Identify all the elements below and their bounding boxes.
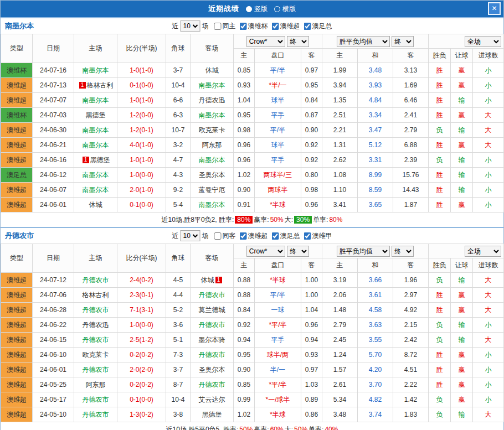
layout-vertical-radio[interactable]: 竖版	[246, 4, 268, 14]
cell-result-handicap: 赢	[451, 63, 473, 78]
cell-league: 澳维超	[1, 377, 33, 392]
cell-handicap-line: 球半/两	[255, 348, 301, 362]
team-link[interactable]: 黑德堡	[202, 411, 222, 418]
team-link[interactable]: 南墨尔本	[83, 186, 109, 194]
team-link[interactable]: 休城	[205, 66, 219, 74]
team-link[interactable]: 黑德堡	[86, 111, 106, 119]
team-link[interactable]: 欧克莱卡	[199, 126, 225, 134]
cell-draw-odds: 8.99	[358, 168, 393, 183]
team-link[interactable]: 丹德农市	[199, 321, 225, 329]
avg-odds-select[interactable]: 胜平负均值	[337, 36, 390, 47]
summary-segment: 赢率:	[254, 425, 269, 430]
filter-checkbox[interactable]	[240, 23, 247, 30]
cell-home-team: 黑德堡	[74, 108, 117, 123]
cell-handicap-line: 两球半/三	[255, 168, 301, 183]
team-link[interactable]: 南墨尔本	[199, 156, 225, 164]
handicap-time-select[interactable]: 终	[287, 246, 309, 257]
layout-horizontal-radio[interactable]: 横版	[274, 4, 296, 14]
team-link[interactable]: 格林古利	[87, 81, 114, 89]
team-link[interactable]: 南墨尔本	[199, 111, 225, 119]
team-link[interactable]: 南墨尔本	[83, 141, 109, 149]
team-link[interactable]: 南墨尔本	[83, 171, 109, 179]
team-link[interactable]: 南墨尔本	[83, 66, 109, 74]
team-link[interactable]: 丹德农市	[83, 396, 109, 403]
cell-result-handicap: 输	[451, 318, 473, 333]
team-link[interactable]: 休城	[89, 201, 102, 209]
team-link[interactable]: 蓝曼宁厄	[199, 186, 225, 194]
recent-count-select[interactable]: 10	[181, 20, 200, 32]
odds-provider-select[interactable]: Crow*	[246, 36, 285, 47]
team-link[interactable]: 南墨尔本	[199, 81, 225, 89]
cell-away-team: 南墨尔本	[191, 108, 234, 123]
cell-away-team: 休城	[191, 63, 234, 78]
filter-澳足总[interactable]: 澳足总	[304, 22, 332, 31]
odds-time-select[interactable]: 终	[392, 246, 414, 257]
team-link[interactable]: 墨尔本骑	[199, 336, 225, 344]
team-link[interactable]: 黑德堡	[90, 156, 110, 164]
team-link[interactable]: 莫兰德城	[199, 306, 225, 314]
filter-澳维超[interactable]: 澳维超	[272, 22, 300, 31]
team-link[interactable]: 丹德农市	[83, 411, 109, 418]
filter-同主[interactable]: 同主	[214, 22, 236, 31]
team-link[interactable]: 丹德农市	[83, 276, 109, 284]
team-link[interactable]: 圣奥尔本	[199, 366, 225, 374]
filter-checkbox[interactable]	[272, 23, 279, 30]
cell-away-odds: 4.51	[393, 362, 429, 377]
filter-label: 同主	[223, 22, 236, 31]
team-link[interactable]: 丹德农市	[199, 351, 225, 359]
cell-draw-odds: 3.65	[358, 198, 393, 213]
recent-count-select[interactable]: 10	[181, 230, 200, 241]
filter-checkbox[interactable]	[304, 232, 311, 240]
team-link[interactable]: 休城	[201, 276, 214, 284]
team-link[interactable]: 圣奥尔本	[199, 171, 225, 179]
scope-select[interactable]: 全场	[465, 246, 501, 257]
cell-away-odds: 15.76	[393, 168, 429, 183]
team-link[interactable]: 丹德农迅	[83, 321, 109, 329]
filter-澳维甲[interactable]: 澳维甲	[304, 231, 332, 241]
team-link[interactable]: 丹德农市	[83, 336, 109, 344]
filter-澳维杯[interactable]: 澳维杯	[240, 22, 268, 31]
close-button[interactable]: ✕	[488, 2, 501, 15]
match-row: 澳维超24-06-01丹德农市2-0(2-0)3-7圣奥尔本0.90半/一0.9…	[1, 362, 504, 377]
odds-time-select[interactable]: 终	[392, 36, 414, 47]
team-link[interactable]: 格林古利	[83, 291, 109, 299]
handicap-time-select[interactable]: 终	[287, 36, 309, 47]
scope-select[interactable]: 全场	[465, 36, 501, 47]
summary-segment: 30%	[294, 216, 312, 224]
team-link[interactable]: 丹德农市	[199, 291, 225, 299]
team-link[interactable]: 丹德农市	[83, 366, 109, 374]
results-table: 类型 日期 主场 比分(半场) 角球 客场 Crow* 终 胜平负均值 终	[1, 244, 504, 422]
filter-澳足总[interactable]: 澳足总	[272, 231, 300, 241]
team-link[interactable]: 南墨尔本	[199, 201, 225, 209]
cell-corner: 3-6	[166, 318, 191, 333]
filter-checkbox[interactable]	[214, 232, 222, 240]
team-link[interactable]: 南墨尔本	[83, 126, 109, 134]
team-link[interactable]: 丹德农迅	[199, 96, 225, 104]
odds-group-header: 胜平负均值 终	[322, 34, 429, 49]
cell-home-water: 0.94	[234, 333, 255, 348]
cell-away-team: 丹德农市	[191, 377, 234, 392]
cell-result-handicap: 输	[451, 153, 473, 168]
cell-home-water: 0.85	[234, 377, 255, 392]
team-link[interactable]: 南墨尔本	[83, 96, 109, 104]
match-row: 澳维超24-07-12丹德农市2-4(0-2)4-5休城10.88*半球1.00…	[1, 273, 504, 288]
filter-澳维超[interactable]: 澳维超	[240, 231, 268, 241]
team-link[interactable]: 丹德农市	[199, 381, 225, 388]
summary-segment: 60%	[270, 426, 284, 430]
filter-同客[interactable]: 同客	[214, 231, 236, 241]
team-link[interactable]: 阿东那	[202, 141, 222, 149]
team-link[interactable]: 阿东那	[86, 381, 106, 388]
filter-checkbox[interactable]	[304, 23, 311, 30]
filter-checkbox[interactable]	[240, 232, 247, 240]
col-header-corner: 角球	[166, 244, 191, 273]
team-link[interactable]: 艾云达尔	[199, 396, 225, 403]
team-link[interactable]: 欧克莱卡	[83, 351, 109, 359]
filter-checkbox[interactable]	[214, 23, 222, 30]
team-link[interactable]: 丹德农市	[83, 306, 109, 314]
avg-odds-select[interactable]: 胜平负均值	[337, 246, 390, 257]
odds-provider-select[interactable]: Crow*	[246, 246, 285, 257]
filter-checkbox[interactable]	[272, 232, 279, 240]
cell-result-goals: 大	[473, 138, 504, 153]
team-section: 南墨尔本 近 10 场 同主澳维杯澳维超澳足总 类型 日期 主场 比分(半场	[1, 17, 503, 227]
cell-score: 1-2(0-0)	[117, 108, 166, 123]
